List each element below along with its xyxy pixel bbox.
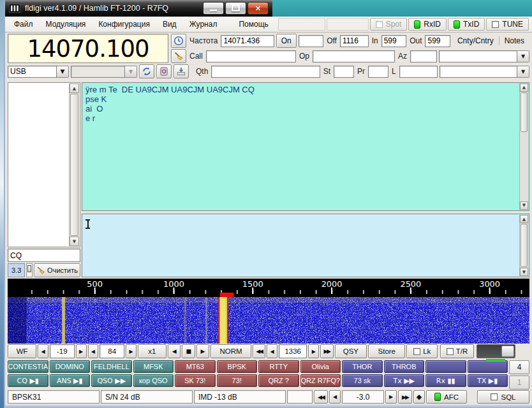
signal-low-up-button[interactable]: ▶ bbox=[76, 344, 87, 358]
store-button[interactable]: Store bbox=[368, 344, 405, 358]
wf-drag-slider[interactable] bbox=[477, 344, 515, 358]
wf-zoom-button[interactable]: x1 bbox=[138, 344, 166, 358]
rxid-toggle[interactable]: RxID bbox=[408, 18, 447, 31]
browser-scrollbar[interactable]: ▲ ▼ bbox=[69, 84, 79, 246]
rx-scroll-thumb[interactable] bbox=[521, 92, 528, 132]
province-input[interactable] bbox=[368, 66, 388, 78]
tx-text-pane[interactable]: ▲ ▼ bbox=[82, 214, 529, 277]
afc-reset-diamond-button[interactable]: ◆ bbox=[413, 390, 425, 404]
scroll-down-icon[interactable]: ▼ bbox=[520, 201, 528, 210]
macro-button-cq[interactable]: CQ ▶▮ bbox=[8, 374, 48, 387]
signal-range-up-button[interactable]: ▶ bbox=[126, 344, 137, 358]
afc-toggle[interactable]: AFC bbox=[426, 390, 467, 404]
afc-coarse-up-button[interactable]: ▶▶ bbox=[398, 390, 412, 404]
browser-scroll-thumb[interactable] bbox=[70, 94, 78, 236]
rst-out-input[interactable] bbox=[425, 35, 450, 47]
macro-button-qso[interactable]: QSO ▶▶ bbox=[91, 374, 132, 387]
afc-up-button[interactable]: ▶ bbox=[385, 390, 397, 404]
macro-button-empty[interactable] bbox=[425, 360, 466, 373]
macro-button-rtty[interactable]: RTTY bbox=[258, 360, 299, 373]
afc-coarse-down-button[interactable]: ◀◀ bbox=[314, 390, 328, 404]
freq-down-button[interactable]: ◀ bbox=[267, 344, 277, 358]
call-input[interactable] bbox=[206, 50, 296, 62]
macro-button-olivia[interactable]: Olivia bbox=[300, 360, 341, 373]
squelch-slider[interactable] bbox=[26, 263, 33, 277]
macro-button-rx-pause[interactable]: Rx ▮▮ bbox=[425, 374, 466, 387]
wf-speed-button[interactable]: NORM bbox=[211, 344, 251, 358]
notes-combo[interactable]: ▼ bbox=[440, 66, 529, 78]
tune-toggle[interactable]: TUNE bbox=[486, 18, 529, 31]
country-input[interactable] bbox=[439, 50, 517, 62]
freq-up-button[interactable]: ▶ bbox=[308, 344, 319, 358]
rst-in-input[interactable] bbox=[381, 35, 406, 47]
save-log-button[interactable] bbox=[174, 64, 189, 78]
signal-browser-panel[interactable]: ▲ ▼ bbox=[8, 82, 80, 247]
wf-scroll-left-button[interactable]: ◀ bbox=[168, 344, 181, 358]
waterfall-signal[interactable] bbox=[184, 297, 186, 344]
macro-button-bpsk[interactable]: BPSK bbox=[217, 360, 258, 373]
macro-button-tx-end[interactable]: TX ▶▮ bbox=[468, 374, 508, 387]
az-input[interactable] bbox=[410, 50, 437, 62]
tab-cnty-cntry[interactable]: Cnty/Cntry bbox=[452, 36, 499, 45]
menu-item-help[interactable]: Помощь bbox=[232, 17, 274, 32]
sql-toggle[interactable]: SQL bbox=[477, 390, 529, 404]
tx-scroll-thumb[interactable] bbox=[521, 224, 528, 267]
spot-toggle[interactable]: Spot bbox=[370, 18, 408, 31]
macro-entry-input[interactable] bbox=[8, 249, 80, 262]
macro-button-feldhell[interactable]: FELDHELL bbox=[91, 360, 132, 373]
clear-rx-button[interactable]: Очистить bbox=[34, 263, 80, 277]
frequency-input[interactable] bbox=[221, 35, 274, 47]
mode-combo[interactable]: ▼ bbox=[8, 66, 69, 78]
tab-notes[interactable]: Notes bbox=[499, 36, 529, 45]
status-mode[interactable]: BPSK31 bbox=[8, 390, 100, 404]
mode-input[interactable] bbox=[8, 66, 57, 78]
freq-coarse-up-button[interactable]: ▶▶ bbox=[320, 344, 333, 358]
scroll-down-icon[interactable]: ▼ bbox=[70, 237, 79, 246]
close-button[interactable]: × bbox=[248, 2, 269, 15]
signal-low-down-button[interactable]: ◀ bbox=[38, 344, 48, 358]
wf-slider-thumb[interactable] bbox=[501, 346, 514, 357]
wf-mode-button[interactable]: WF bbox=[8, 344, 36, 358]
macro-page-button-bottom[interactable]: 1 bbox=[509, 375, 529, 390]
mode-combo-arrow-icon[interactable]: ▼ bbox=[57, 66, 69, 78]
txid-toggle[interactable]: TxID bbox=[448, 18, 485, 31]
bandwidth-combo[interactable]: ▼ bbox=[71, 66, 137, 78]
scroll-up-icon[interactable]: ▲ bbox=[520, 215, 528, 223]
macro-button-qrz-r7fq[interactable]: QRZ R7FQ? bbox=[300, 374, 341, 387]
locator-input[interactable] bbox=[399, 66, 438, 78]
squelch-slider-thumb[interactable] bbox=[27, 265, 31, 272]
minimize-button[interactable] bbox=[203, 2, 224, 15]
clear-qso-button[interactable] bbox=[171, 49, 186, 63]
macro-button-kor-qso[interactable]: кор QSO bbox=[133, 374, 174, 387]
maximize-button[interactable] bbox=[225, 2, 246, 15]
menu-item-logbook[interactable]: Журнал bbox=[183, 17, 224, 32]
wf-center-stop-button[interactable]: ■ bbox=[182, 344, 195, 358]
time-on-button[interactable]: On bbox=[276, 34, 297, 48]
country-combo-arrow-icon[interactable]: ▼ bbox=[517, 50, 529, 62]
rig-sync-button[interactable] bbox=[139, 64, 154, 78]
menu-item-view[interactable]: Вид bbox=[156, 17, 183, 32]
waterfall-signal[interactable] bbox=[62, 297, 65, 344]
notes-combo-arrow-icon[interactable]: ▼ bbox=[517, 66, 529, 78]
menu-item-configure[interactable]: Конфигурация bbox=[92, 17, 156, 32]
vfo-frequency-display[interactable]: 14070.100 bbox=[8, 34, 168, 63]
scroll-up-icon[interactable]: ▲ bbox=[70, 84, 79, 93]
macro-button-qrz[interactable]: QRZ ? bbox=[258, 374, 299, 387]
macro-button-mt63[interactable]: MT63 bbox=[175, 360, 216, 373]
macro-button-sk73[interactable]: SK 73! bbox=[175, 374, 216, 387]
qsy-button[interactable]: QSY bbox=[335, 344, 367, 358]
country-combo[interactable]: ▼ bbox=[439, 50, 529, 62]
wf-scroll-right-button[interactable]: ▶ bbox=[196, 344, 209, 358]
macro-button-mfsk[interactable]: MFSK bbox=[133, 360, 174, 373]
signal-range-down-button[interactable]: ◀ bbox=[88, 344, 99, 358]
macro-button-thor[interactable]: THOR bbox=[342, 360, 383, 373]
waterfall-signal[interactable] bbox=[205, 297, 207, 344]
lock-toggle[interactable]: Lk bbox=[406, 344, 438, 358]
waterfall-display[interactable]: 500 1000 1500 2000 2500 3000 bbox=[8, 279, 529, 344]
rx-text-pane[interactable]: ÿre m Te DE UA9CJM UA9CJM UA9CJM CQ pse … bbox=[82, 82, 529, 211]
op-input[interactable] bbox=[313, 50, 395, 62]
scroll-down-icon[interactable]: ▼ bbox=[520, 268, 528, 276]
macro-button-73[interactable]: 73! bbox=[217, 374, 258, 387]
rx-scrollbar[interactable]: ▲ ▼ bbox=[519, 84, 528, 210]
macro-button-tx[interactable]: Tx ▶▶ bbox=[384, 374, 425, 387]
